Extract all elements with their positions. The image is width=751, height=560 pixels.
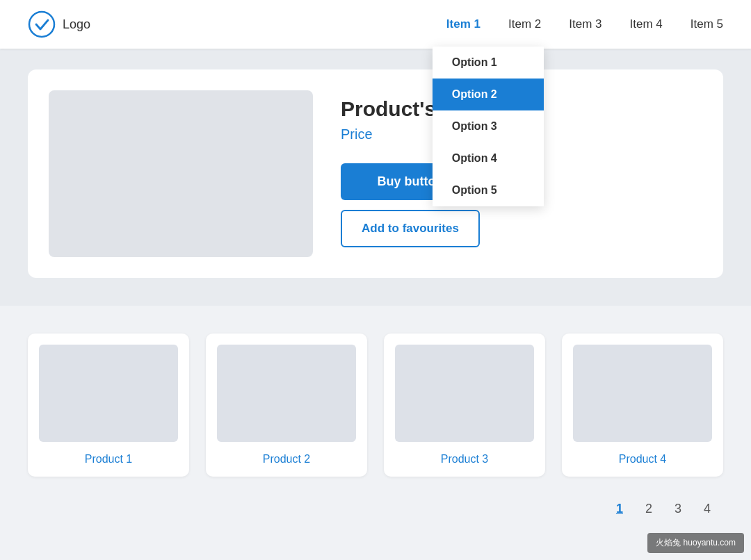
- page-3[interactable]: 3: [669, 499, 687, 519]
- product-card-2[interactable]: Product 2: [206, 333, 367, 477]
- nav-item-item4[interactable]: Item 4: [630, 2, 663, 47]
- nav-item-item3[interactable]: Item 3: [569, 2, 601, 47]
- logo-area[interactable]: Logo: [28, 10, 90, 38]
- logo-icon: [28, 10, 56, 38]
- dropdown-option-4[interactable]: Option 4: [433, 142, 544, 174]
- product-image: [49, 90, 313, 257]
- nav-item-label-item4: Item 4: [630, 17, 663, 31]
- dropdown-menu: Option 1 Option 2 Option 3 Option 4 Opti…: [433, 47, 544, 206]
- product-card-name-3: Product 3: [395, 453, 534, 466]
- nav-item-item5[interactable]: Item 5: [691, 2, 723, 47]
- nav-item-item1[interactable]: Item 1 Option 1 Option 2 Option 3 Option…: [446, 2, 481, 47]
- product-card-name-4: Product 4: [573, 453, 712, 466]
- product-card-1[interactable]: Product 1: [28, 333, 189, 477]
- watermark: 火焰兔 huoyantu.com: [647, 533, 744, 553]
- dropdown-option-5[interactable]: Option 5: [433, 174, 544, 206]
- product-thumb-3: [395, 345, 534, 442]
- page-1[interactable]: 1: [611, 499, 629, 519]
- product-card-name-1: Product 1: [39, 453, 178, 466]
- product-card-3[interactable]: Product 3: [384, 333, 545, 477]
- product-thumb-2: [217, 345, 356, 442]
- product-thumb-1: [39, 345, 178, 442]
- page-4[interactable]: 4: [698, 499, 716, 519]
- product-thumb-4: [573, 345, 712, 442]
- add-to-favourites-button[interactable]: Add to favourites: [341, 210, 480, 247]
- products-grid: Product 1 Product 2 Product 3 Product 4: [28, 333, 723, 477]
- nav-item-item2[interactable]: Item 2: [508, 2, 541, 47]
- logo-text: Logo: [63, 17, 90, 32]
- dropdown-option-3[interactable]: Option 3: [433, 110, 544, 142]
- navbar: Logo Item 1 Option 1 Option 2 Option 3 O…: [0, 0, 751, 49]
- product-card-name-2: Product 2: [217, 453, 356, 466]
- nav-items: Item 1 Option 1 Option 2 Option 3 Option…: [446, 2, 723, 47]
- page-2[interactable]: 2: [640, 499, 658, 519]
- pagination: 1 2 3 4: [28, 499, 723, 519]
- hero-card: Product's name Price Buy button Add to f…: [28, 69, 723, 278]
- nav-item-label-item1: Item 1: [446, 17, 481, 31]
- products-section: Product 1 Product 2 Product 3 Product 4 …: [0, 306, 751, 547]
- nav-item-label-item5: Item 5: [691, 17, 723, 31]
- dropdown-option-2[interactable]: Option 2: [433, 79, 544, 110]
- hero-section: Product's name Price Buy button Add to f…: [0, 49, 751, 306]
- nav-item-label-item2: Item 2: [508, 17, 541, 31]
- product-card-4[interactable]: Product 4: [562, 333, 723, 477]
- dropdown-option-1[interactable]: Option 1: [433, 47, 544, 79]
- nav-item-label-item3: Item 3: [569, 17, 601, 31]
- svg-point-0: [29, 12, 54, 37]
